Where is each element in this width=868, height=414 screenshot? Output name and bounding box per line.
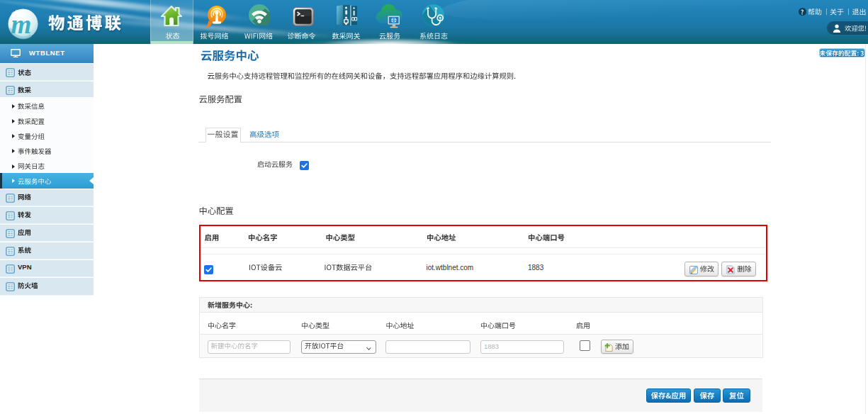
svg-text:m: m — [11, 10, 32, 39]
